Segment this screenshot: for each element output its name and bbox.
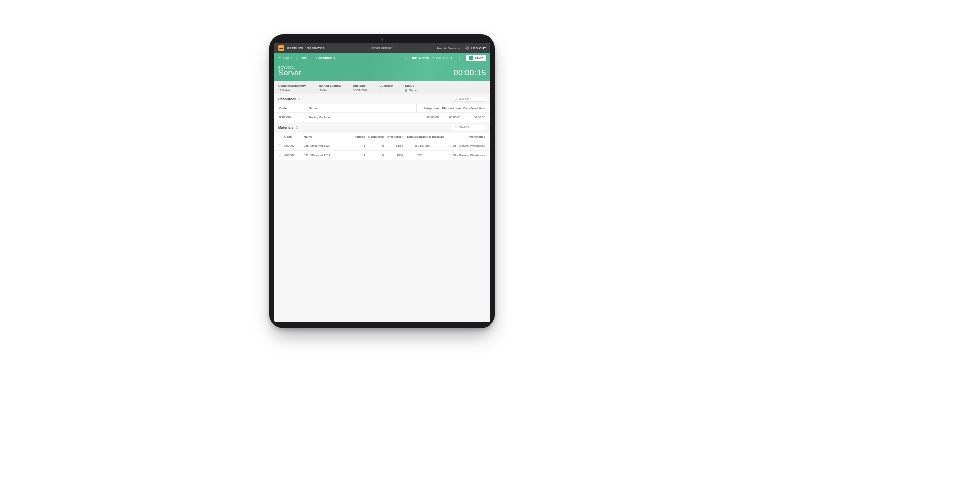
back-label: BACK [283, 56, 293, 60]
operation-header-title-row: BOY00001 Server 00:00:15 [274, 63, 490, 81]
cell-code: A00002 [284, 154, 304, 157]
current-user-name: Henrik Davison [437, 47, 460, 49]
svg-point-7 [279, 146, 280, 146]
svg-line-4 [456, 128, 457, 128]
cell-warehouse: 01 - General Warehouse [446, 144, 485, 147]
cell-direct-stock: 1002 [384, 154, 403, 157]
info-planned-qty: Planned quantity 1 Pallet [318, 84, 341, 92]
arrow-right-icon [431, 56, 434, 60]
table-row[interactable]: R300004 Testing Machine 00:00:00 00:00:0… [274, 112, 490, 122]
svg-point-1 [455, 98, 456, 99]
cell-warehouse: 01 - General Warehouse [446, 154, 485, 157]
brand-text: PRODUCE / OPERATOR [287, 47, 325, 49]
logout-label: LOG OUT [471, 47, 486, 49]
device-side-button [495, 51, 497, 86]
col-code: Code [279, 107, 309, 110]
chevron-left-icon [278, 56, 282, 60]
cell-completed-time: 00:00:00 [461, 116, 485, 119]
svg-point-11 [279, 154, 280, 154]
materials-title: Materials [278, 126, 293, 129]
info-due-date: Due date 08/31/2020 [353, 84, 368, 92]
operation-name: Operation 1 [316, 56, 335, 60]
col-planned-time: Planned time [439, 104, 461, 112]
col-completed: Completed [365, 135, 384, 138]
info-label: Status [405, 84, 418, 87]
col-warehouse: Warehouse [446, 135, 485, 138]
status-text: Started [409, 89, 418, 92]
col-completed-time: Completed time [461, 104, 485, 112]
info-completed-qty: Completed quantity 12 Pallet [278, 84, 306, 92]
col-name: Name [304, 135, 348, 138]
tablet-frame: PRODUCE / OPERATOR DEVELOPMENT Henrik Da… [270, 34, 495, 328]
stop-label: STOP [475, 56, 483, 59]
cell-completed: 0 [365, 144, 384, 147]
col-planned: Planned [348, 135, 365, 138]
table-row[interactable]: A00002 J.B. Officeprint 1111 1 0 1002 10… [274, 150, 490, 160]
drag-handle-icon[interactable] [279, 153, 284, 157]
resources-header-row: Code Name Setup time Planned time Comple… [274, 104, 490, 112]
search-icon [454, 98, 457, 101]
status-dot-icon [405, 89, 407, 92]
svg-point-15 [279, 156, 280, 157]
elapsed-timer: 00:00:15 [454, 69, 486, 77]
cell-code: R300004 [279, 116, 309, 119]
info-label: Completed quantity [278, 84, 306, 87]
materials-header-row: Code Name Planned Completed Direct stock… [274, 133, 490, 141]
cell-setup-time: 00:00:00 [416, 116, 439, 119]
col-total-stock: Total stock [403, 135, 422, 138]
operation-info-strip: Completed quantity 12 Pallet Planned qua… [274, 81, 490, 94]
table-row[interactable]: A00001 J.B. Officeprint 1420 1 0 583.5 6… [274, 141, 490, 150]
info-value: 08/31/2020 [353, 89, 368, 92]
svg-point-10 [280, 147, 281, 147]
resources-table: Code Name Setup time Planned time Comple… [274, 104, 490, 122]
cell-name: Testing Machine [309, 116, 416, 119]
svg-point-5 [279, 144, 280, 145]
environment-badge: DEVELOPMENT [371, 47, 393, 49]
svg-point-6 [280, 144, 281, 145]
cell-name: J.B. Officeprint 1111 [304, 154, 348, 157]
svg-line-2 [456, 99, 457, 100]
device-camera [381, 38, 384, 41]
info-customer: Customer - [379, 84, 393, 92]
info-value: 12 Pallet [278, 89, 306, 92]
operation-header: BACK | 260 | Operation 1 | 08/31/2020 08… [274, 53, 490, 81]
materials-search-input[interactable] [459, 126, 484, 129]
resources-title: Resources [278, 98, 296, 101]
cell-planned: 1 [348, 154, 365, 157]
cell-code: A00001 [284, 144, 304, 147]
drag-handle-icon[interactable] [279, 144, 284, 147]
logout-button[interactable]: LOG OUT [465, 46, 486, 50]
order-number: 260 [301, 56, 308, 60]
resources-count: 1 [299, 98, 301, 101]
resources-search[interactable] [452, 97, 486, 102]
col-direct-stock: Direct stock [384, 135, 403, 138]
date-to: 08/31/2020 [436, 56, 453, 60]
svg-point-9 [279, 147, 280, 147]
info-label: Due date [353, 84, 368, 87]
materials-table: Code Name Planned Completed Direct stock… [274, 133, 490, 160]
info-value: Started [405, 89, 418, 92]
col-uom: Unit of measure [422, 135, 446, 138]
materials-search[interactable] [452, 125, 486, 130]
app-screen: PRODUCE / OPERATOR DEVELOPMENT Henrik Da… [274, 43, 490, 322]
cell-total-stock: 683.5 [403, 144, 422, 147]
info-value: 1 Pallet [318, 89, 341, 92]
cell-total-stock: 1052 [403, 154, 422, 157]
logout-icon [465, 46, 469, 50]
cell-name: J.B. Officeprint 1420 [304, 144, 348, 147]
header-separator: | [296, 56, 297, 60]
brand-logo-icon [278, 45, 284, 51]
canvas: PRODUCE / OPERATOR DEVELOPMENT Henrik Da… [0, 0, 980, 490]
resources-search-input[interactable] [459, 98, 484, 100]
stop-icon [469, 56, 473, 60]
back-button[interactable]: BACK [278, 56, 293, 60]
stop-button[interactable]: STOP [466, 55, 486, 61]
date-from: 08/31/2020 [412, 56, 429, 60]
cell-planned: 1 [348, 144, 365, 147]
resources-section-header: Resources 1 [274, 94, 490, 104]
search-icon [454, 126, 457, 129]
info-value: - [379, 89, 393, 92]
cell-completed: 0 [365, 154, 384, 157]
svg-point-13 [279, 155, 280, 156]
cell-direct-stock: 583.5 [384, 144, 403, 147]
